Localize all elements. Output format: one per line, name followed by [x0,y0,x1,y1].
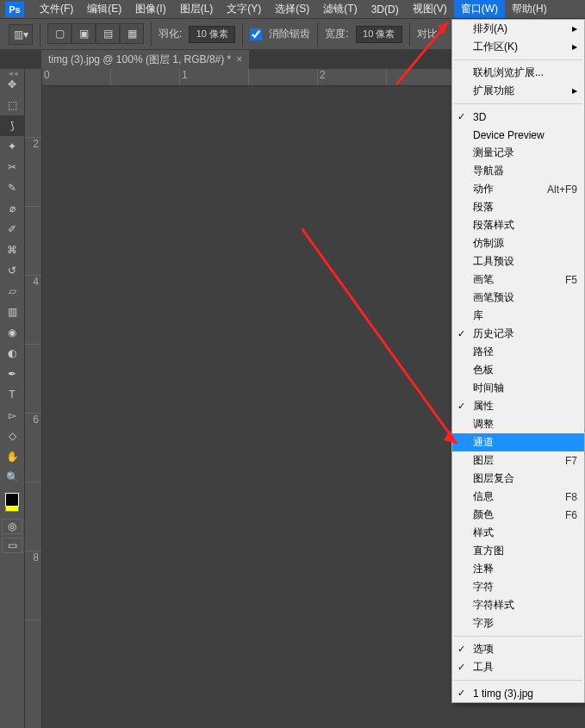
menu-item[interactable]: 排列(A) [452,20,584,38]
menu-item-shortcut: F7 [565,455,577,467]
heal-tool[interactable]: ⌀ [0,198,24,219]
menu-item[interactable]: 联机浏览扩展... [452,64,584,82]
text-tool[interactable]: T [0,384,24,405]
menu-item-label: 色板 [473,363,577,377]
pen-tool[interactable]: ✒ [0,364,24,384]
menu-item-shortcut: Alt+F9 [547,184,577,196]
width-input[interactable] [356,26,402,43]
menu-item[interactable]: 段落 [452,198,584,216]
quickmask-icon[interactable]: ◎ [2,519,22,534]
document-tab[interactable]: timg (3).jpg @ 100% (图层 1, RGB/8#) * × [41,50,249,69]
menu-item-label: 属性 [473,399,577,414]
marquee-tool[interactable]: ⬚ [0,95,24,115]
close-icon[interactable]: × [236,53,242,65]
gradient-tool[interactable]: ▥ [0,302,24,322]
menu-item[interactable]: 工作区(K) [452,38,584,56]
menu-item[interactable]: 颜色F6 [452,506,584,524]
menu-select[interactable]: 选择(S) [268,0,316,18]
brush-tool[interactable]: ✐ [0,219,24,240]
menu-item[interactable]: 测量记录 [452,144,584,162]
menu-item[interactable]: 字形 [452,614,584,632]
menu-layer[interactable]: 图层(L) [173,0,221,18]
menu-item[interactable]: 工具预设 [452,252,584,271]
antialias-label: 消除锯齿 [269,27,310,41]
menu-item-label: 画笔预设 [473,290,577,305]
path-tool[interactable]: ▻ [0,405,24,426]
menu-view[interactable]: 视图(V) [406,0,454,18]
menu-item[interactable]: 色板 [452,361,584,379]
wand-tool[interactable]: ✦ [0,136,24,157]
menu-item-label: 图层 [473,453,565,468]
menu-item[interactable]: 时间轴 [452,379,584,397]
menu-item[interactable]: ✓选项 [452,640,584,658]
shape-tool[interactable]: ◇ [0,426,24,446]
selection-sub-icon[interactable]: ▤ [96,23,120,44]
menu-item[interactable]: 调整 [452,415,584,433]
feather-input[interactable] [189,26,235,43]
dodge-tool[interactable]: ◐ [0,343,24,364]
move-tool[interactable]: ✥ [0,74,24,95]
feather-label: 羽化: [159,27,182,41]
menu-3d[interactable]: 3D(D) [364,2,406,17]
menu-file[interactable]: 文件(F) [33,0,80,18]
menu-bar: Ps 文件(F) 编辑(E) 图像(I) 图层(L) 文字(Y) 选择(S) 滤… [0,0,585,19]
menu-item-label: 库 [473,308,577,323]
selection-intersect-icon[interactable]: ▦ [120,23,144,44]
menu-help[interactable]: 帮助(H) [505,0,554,18]
menu-item[interactable]: 样式 [452,524,584,542]
menu-filter[interactable]: 滤镜(T) [316,0,364,18]
menu-item-label: 联机浏览扩展... [473,65,577,80]
menu-item[interactable]: 直方图 [452,542,584,560]
menu-item[interactable]: 字符样式 [452,596,584,614]
color-swatches[interactable] [3,491,21,513]
eraser-tool[interactable]: ▱ [0,281,24,302]
menu-item[interactable]: 注释 [452,560,584,578]
lasso-tool[interactable]: ⟆ [0,115,24,136]
menu-item-label: 选项 [473,642,577,656]
tool-preset-icon[interactable]: ▥▾ [9,24,33,45]
menu-item-label: Device Preview [473,129,577,141]
menu-item[interactable]: 路径 [452,343,584,361]
menu-item[interactable]: ✓属性 [452,397,584,415]
menu-item-label: 通道 [473,435,577,450]
menu-item[interactable]: ✓历史记录 [452,325,584,343]
menu-item[interactable]: 动作Alt+F9 [452,180,584,198]
menu-image[interactable]: 图像(I) [128,0,172,18]
menu-item[interactable]: 仿制源 [452,234,584,252]
menu-window[interactable]: 窗口(W) [454,0,505,18]
menu-item[interactable]: 导航器 [452,162,584,180]
menu-item[interactable]: 段落样式 [452,216,584,234]
menu-item[interactable]: ✓工具 [452,658,584,676]
stamp-tool[interactable]: ⌘ [0,240,24,260]
crop-tool[interactable]: ✂ [0,157,24,177]
menu-item-shortcut: F6 [565,509,577,521]
menu-item[interactable]: ✓1 timg (3).jpg [452,684,584,702]
screenmode-icon[interactable]: ▭ [2,538,22,553]
menu-item[interactable]: 画笔F5 [452,271,584,289]
zoom-tool[interactable]: 🔍 [0,467,24,488]
menu-item[interactable]: 扩展功能 [452,82,584,100]
selection-add-icon[interactable]: ▣ [72,23,96,44]
menu-edit[interactable]: 编辑(E) [80,0,128,18]
menu-item[interactable]: 图层F7 [452,451,584,470]
blur-tool[interactable]: ◉ [0,322,24,343]
menu-type[interactable]: 文字(Y) [220,0,268,18]
selection-new-icon[interactable]: ▢ [47,23,72,44]
menu-item[interactable]: 信息F8 [452,488,584,506]
menu-item-label: 样式 [473,526,577,540]
menu-item[interactable]: 库 [452,307,584,325]
menu-item[interactable]: 字符 [452,578,584,596]
fg-swatch[interactable] [5,493,19,507]
check-icon: ✓ [457,662,465,673]
menu-item[interactable]: Device Preview [452,126,584,144]
menu-item[interactable]: ✓3D [452,108,584,126]
menu-item[interactable]: 通道 [452,433,584,451]
hand-tool[interactable]: ✋ [0,446,24,467]
eyedropper-tool[interactable]: ✎ [0,177,24,198]
history-brush-tool[interactable]: ↺ [0,260,24,281]
menu-item-label: 信息 [473,489,565,504]
menu-item[interactable]: 画笔预设 [452,289,584,307]
menu-item-label: 注释 [473,562,577,576]
menu-item[interactable]: 图层复合 [452,470,584,488]
antialias-checkbox[interactable] [250,28,262,40]
